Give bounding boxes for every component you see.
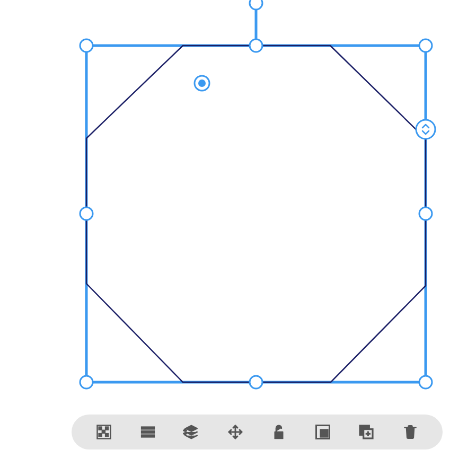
group-icon — [315, 424, 331, 440]
group-button[interactable] — [311, 420, 334, 444]
shape-octagon[interactable] — [86, 46, 426, 382]
handle-bottom-left[interactable] — [80, 376, 93, 389]
unlock-icon — [271, 423, 287, 441]
svg-rect-4 — [99, 427, 102, 430]
svg-rect-7 — [99, 434, 102, 437]
handle-bottom-center[interactable] — [250, 376, 262, 389]
handle-bottom-right[interactable] — [419, 376, 432, 389]
svg-point-2 — [416, 120, 435, 139]
svg-rect-10 — [141, 431, 154, 434]
anchor-indicator[interactable] — [195, 76, 209, 91]
svg-rect-8 — [105, 434, 109, 437]
canvas-svg — [0, 0, 476, 476]
svg-rect-9 — [141, 427, 154, 429]
svg-rect-5 — [105, 427, 109, 430]
svg-rect-11 — [141, 435, 154, 437]
svg-rect-16 — [275, 431, 284, 439]
svg-rect-6 — [102, 430, 105, 433]
handle-top-center[interactable] — [250, 39, 262, 52]
selection-bounds[interactable] — [86, 46, 426, 382]
svg-rect-18 — [320, 429, 328, 437]
svg-marker-12 — [186, 426, 197, 431]
delete-button[interactable] — [399, 420, 422, 444]
stroke-button[interactable] — [136, 420, 160, 444]
duplicate-button[interactable] — [355, 420, 378, 444]
move-icon — [227, 424, 244, 440]
lines-icon — [139, 424, 156, 440]
duplicate-icon — [358, 424, 375, 440]
trash-icon — [403, 424, 418, 440]
handle-mid-right[interactable] — [419, 207, 432, 220]
transparency-icon — [96, 424, 112, 440]
fill-button[interactable] — [92, 420, 116, 444]
shape-toolbar — [72, 415, 443, 449]
rotation-handle[interactable] — [250, 0, 262, 10]
move-button[interactable] — [224, 420, 247, 444]
canvas-area[interactable] — [0, 0, 476, 476]
handle-mid-left[interactable] — [80, 207, 93, 220]
handle-top-left[interactable] — [80, 39, 93, 52]
arrange-button[interactable] — [180, 420, 203, 444]
point-count-handle[interactable] — [416, 120, 435, 139]
handle-top-right[interactable] — [419, 39, 432, 52]
svg-point-1 — [198, 80, 206, 87]
layers-arrange-icon — [183, 424, 200, 440]
lock-button[interactable] — [267, 420, 290, 444]
